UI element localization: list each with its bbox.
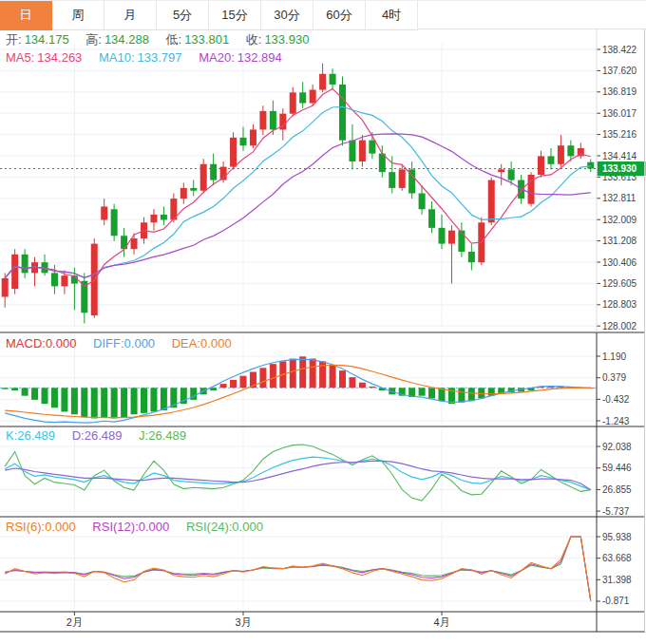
candle-body [587,162,594,169]
macd-bar [150,388,157,411]
price-tick-label: 136.819 [602,86,637,97]
candle-body [319,74,326,90]
candle-body [359,141,366,161]
rsi6-line [5,537,591,600]
candle-body [498,169,504,172]
candle-body [111,209,118,236]
macd-bar [259,368,266,388]
price-tick-label: 136.017 [602,108,637,119]
price-tick-label: 138.422 [602,45,637,55]
tab-day[interactable]: 日 [0,1,52,30]
macd-bar [2,388,9,388]
candle-body [428,209,435,228]
candle-body [330,74,336,85]
candle-body [458,231,465,252]
candle-body [61,275,67,286]
price-tick-label: 132.009 [602,215,637,225]
macd-bar [428,388,435,398]
candle-body [488,180,495,223]
rsi24-line [5,537,591,600]
candle-body [2,278,9,297]
candle-body [101,206,107,219]
macd-bar [91,388,98,418]
macd-bar [11,388,18,390]
macd-bar [161,388,167,410]
kdj-tick-label: 26.855 [602,484,632,495]
macd-bar [230,380,237,388]
candle-body [310,90,316,104]
macd-bar [310,359,316,388]
tab-60min[interactable]: 60分 [314,1,366,30]
price-tick-label: 134.414 [602,151,637,161]
candle-body [270,111,276,130]
tab-30min[interactable]: 30分 [261,1,314,30]
candle-body [22,255,28,274]
macd-bar [299,356,306,388]
candle-body [240,138,247,145]
macd-bar [330,366,336,388]
macd-bar [71,388,78,414]
macd-bar [61,388,67,411]
candle-body [51,273,58,286]
macd-bar [240,376,247,388]
candle-body [230,138,237,167]
macd-bar [359,383,366,388]
k-line [5,457,591,489]
macd-bar [458,388,465,402]
candle-body [290,92,296,113]
x-tick-label: 3月 [235,616,251,628]
candle-body [250,129,256,145]
candle-body [161,215,167,220]
tab-5min[interactable]: 5分 [157,1,209,30]
rsi-tick-label: -0.871 [602,596,630,606]
kdj-tick-label: 59.446 [602,463,632,473]
macd-bar [349,377,355,388]
macd-bar [190,388,197,400]
macd-tick-label: -1.243 [602,416,630,426]
macd-bar [468,388,475,401]
macd-bar [22,388,28,395]
candle-body [190,188,197,191]
tab-15min[interactable]: 15分 [209,1,261,30]
candle-body [468,252,475,262]
tab-month[interactable]: 月 [104,1,157,30]
rsi-tick-label: 31.398 [602,575,632,585]
price-tick-label: 135.216 [602,129,637,140]
tab-4hour[interactable]: 4时 [366,1,418,30]
candle-body [259,111,266,130]
price-tick-label: 128.803 [602,299,637,310]
candle-body [558,145,564,164]
macd-bar [51,388,58,407]
macd-bar [141,388,147,413]
chart-canvas[interactable]: 138.422137.620136.819136.017135.216134.4… [0,0,646,644]
rsi12-line [5,537,591,600]
price-tick-label: 128.002 [602,321,637,331]
macd-tick-label: 1.190 [602,351,626,362]
price-tick-label: 129.605 [602,278,637,289]
current-price-value: 133.930 [602,163,637,174]
candle-body [369,141,375,154]
tab-week[interactable]: 周 [52,1,104,30]
macd-bar [339,370,346,388]
candle-body [349,141,355,161]
candle-body [448,231,455,244]
macd-bar [290,359,296,388]
macd-bar [101,388,107,417]
candle-body [538,156,544,175]
price-tick-label: 130.406 [602,257,637,268]
macd-tick-label: -0.432 [602,394,630,405]
j-line [5,445,591,501]
d-line [5,461,591,489]
x-tick-label: 4月 [433,616,449,628]
kdj-tick-label: -5.737 [602,506,630,517]
x-tick-label: 2月 [66,616,83,628]
macd-tick-label: 0.379 [602,372,626,383]
candle-body [180,188,187,199]
candle-body [150,215,157,222]
macd-bar [210,388,217,390]
candle-body [439,228,446,244]
timeframe-toolbar: 日 周 月 5分 15分 30分 60分 4时 [0,0,646,29]
price-tick-label: 131.208 [602,236,637,246]
candle-body [508,169,515,180]
macd-bar [419,388,426,395]
